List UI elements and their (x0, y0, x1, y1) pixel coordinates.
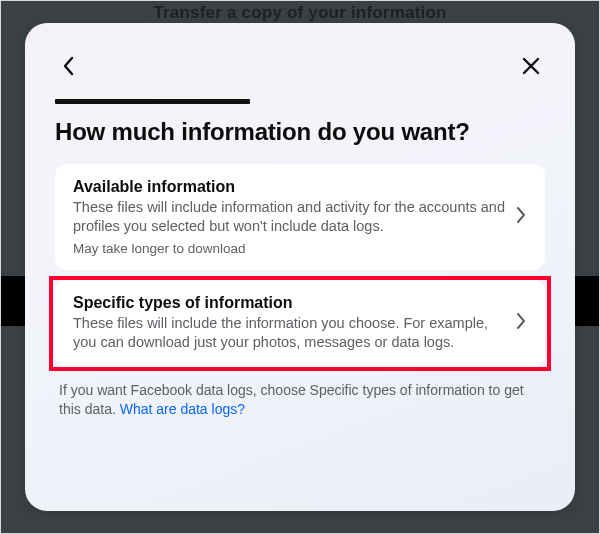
option-specific-types[interactable]: Specific types of information These file… (55, 280, 545, 367)
chevron-right-icon (515, 206, 527, 228)
option-meta: May take longer to download (73, 241, 505, 256)
option-description: These files will include the information… (73, 314, 505, 353)
option-available-information[interactable]: Available information These files will i… (55, 164, 545, 270)
close-button[interactable] (517, 52, 545, 80)
option-title: Available information (73, 178, 505, 196)
chevron-right-icon (515, 312, 527, 334)
option-description: These files will include information and… (73, 198, 505, 237)
option-text: Available information These files will i… (73, 178, 505, 256)
close-icon (521, 56, 541, 76)
data-logs-link[interactable]: What are data logs? (120, 401, 245, 417)
backdrop-stripe-left (1, 276, 26, 326)
chevron-left-icon (61, 56, 77, 76)
modal-topbar (55, 53, 545, 79)
back-button[interactable] (55, 52, 83, 80)
underlying-page-title: Transfer a copy of your information (1, 3, 599, 23)
screenshot-stage: Transfer a copy of your information How … (0, 0, 600, 534)
option-text: Specific types of information These file… (73, 294, 505, 353)
footer-note: If you want Facebook data logs, choose S… (55, 381, 545, 419)
modal-title: How much information do you want? (55, 118, 545, 146)
info-amount-modal: How much information do you want? Availa… (25, 23, 575, 511)
progress-indicator (55, 99, 250, 104)
option-title: Specific types of information (73, 294, 505, 312)
backdrop-stripe-right (574, 276, 599, 326)
